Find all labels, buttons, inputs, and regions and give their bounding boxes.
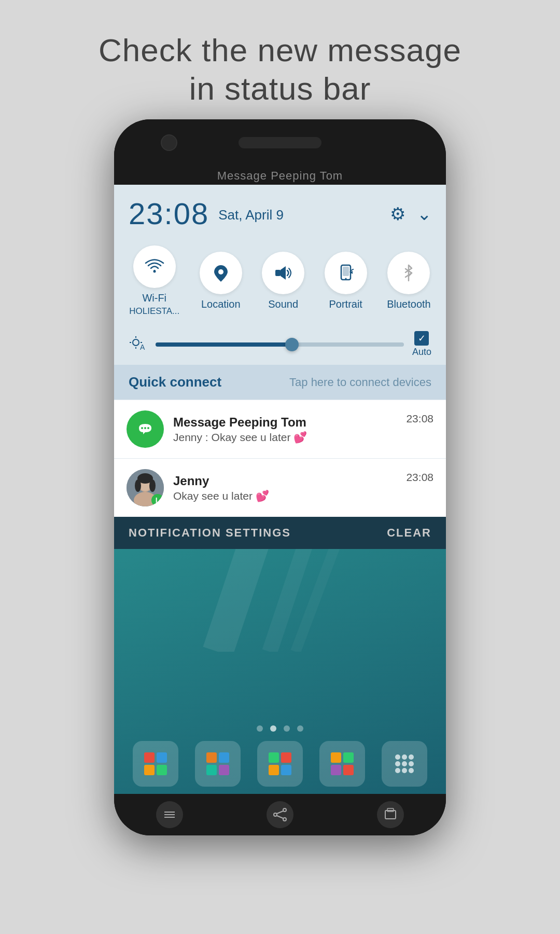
- page-heading: Check the new message in status bar: [0, 0, 560, 108]
- svg-rect-3: [144, 752, 155, 763]
- svg-point-20: [402, 754, 407, 760]
- notif-avatar: L: [127, 469, 164, 506]
- brightness-thumb: [285, 338, 299, 351]
- location-circle: [200, 252, 242, 294]
- notif-time-1: 23:08: [406, 410, 433, 425]
- time-row: 23:08 Sat, April 9 ⚙ ⌄: [114, 185, 446, 236]
- dock-icons-row: [114, 736, 446, 794]
- wifi-label: Wi-Fi: [142, 292, 166, 304]
- phone-speaker: [239, 137, 321, 148]
- quick-toggles: Wi-Fi HOLIESTA... Location: [114, 236, 446, 324]
- svg-point-25: [395, 768, 400, 773]
- clear-notifications-button[interactable]: CLEAR: [387, 526, 431, 540]
- phone-screen: 23:08 Sat, April 9 ⚙ ⌄: [114, 185, 446, 794]
- notif-actions-row: NOTIFICATION SETTINGS CLEAR: [114, 517, 446, 549]
- auto-label: Auto: [412, 347, 431, 358]
- dock-dot-2: [270, 725, 276, 732]
- notif-app-name-2: Jenny: [173, 474, 397, 488]
- toggle-portrait[interactable]: Portrait: [325, 252, 367, 310]
- notif-app-name-1: Message Peeping Tom: [173, 415, 397, 430]
- dock-app-drawer[interactable]: [382, 741, 427, 787]
- notif-message-2: Okay see u later 💕: [173, 490, 397, 502]
- dock-app-social[interactable]: [195, 741, 241, 787]
- sound-circle: [262, 252, 304, 294]
- line-badge: L: [151, 494, 164, 506]
- svg-point-54: [283, 808, 286, 812]
- dock-dot-3: [284, 725, 290, 732]
- time-display: 23:08: [129, 196, 209, 231]
- brightness-slider[interactable]: [156, 342, 404, 347]
- dock-dot-1: [257, 725, 263, 732]
- svg-text:A: A: [140, 343, 145, 351]
- home-dock: [114, 719, 446, 794]
- notif-app-icon: [127, 410, 164, 448]
- location-label: Location: [201, 298, 241, 310]
- svg-point-27: [409, 768, 414, 773]
- svg-point-33: [345, 278, 346, 280]
- dock-app-phone[interactable]: [319, 741, 365, 787]
- svg-rect-14: [281, 765, 291, 775]
- svg-rect-8: [219, 752, 229, 763]
- wifi-circle: [133, 245, 176, 288]
- bluetooth-label: Bluetooth: [387, 298, 431, 310]
- toggle-sound[interactable]: Sound: [262, 252, 304, 310]
- svg-point-43: [147, 427, 149, 429]
- svg-point-42: [144, 427, 146, 429]
- wifi-sublabel: HOLIESTA...: [129, 306, 179, 317]
- svg-point-34: [133, 339, 139, 346]
- portrait-label: Portrait: [329, 298, 362, 310]
- chevron-down-icon[interactable]: ⌄: [417, 203, 431, 224]
- notif-time-2: 23:08: [406, 469, 433, 484]
- svg-rect-9: [206, 765, 217, 775]
- recents-button[interactable]: [377, 801, 404, 828]
- notification-card-2[interactable]: L Jenny Okay see u later 💕 23:08: [114, 458, 446, 517]
- svg-rect-17: [331, 765, 341, 775]
- svg-rect-52: [164, 814, 175, 815]
- svg-point-19: [395, 754, 400, 760]
- svg-rect-11: [269, 752, 279, 763]
- dock-app-utility[interactable]: [257, 741, 303, 787]
- bluetooth-circle: [387, 252, 430, 294]
- phone-camera: [161, 134, 177, 151]
- svg-rect-15: [331, 752, 341, 763]
- settings-icon[interactable]: ⚙: [390, 203, 405, 224]
- back-button[interactable]: [156, 801, 183, 828]
- brightness-icon: A: [129, 333, 147, 356]
- notif-message-1: Jenny : Okay see u later 💕: [173, 431, 397, 444]
- auto-badge: ✓ Auto: [412, 331, 431, 358]
- notif-content-2: Jenny Okay see u later 💕: [173, 474, 397, 502]
- svg-rect-10: [219, 765, 229, 775]
- svg-point-28: [153, 270, 156, 273]
- svg-point-49: [135, 479, 141, 492]
- quick-connect-hint: Tap here to connect devices: [289, 376, 431, 389]
- dock-dot-4: [297, 725, 303, 732]
- share-button[interactable]: [267, 801, 293, 828]
- notification-panel: 23:08 Sat, April 9 ⚙ ⌄: [114, 185, 446, 549]
- svg-rect-13: [269, 765, 279, 775]
- svg-point-41: [141, 427, 143, 429]
- notification-settings-button[interactable]: NOTIFICATION SETTINGS: [129, 526, 291, 540]
- svg-rect-6: [157, 765, 167, 775]
- auto-checkbox[interactable]: ✓: [414, 331, 429, 346]
- phone-name-label: Message Peeping Tom: [114, 166, 446, 185]
- svg-rect-12: [281, 752, 291, 763]
- toggle-location[interactable]: Location: [200, 252, 242, 310]
- svg-point-26: [402, 768, 407, 773]
- brightness-row: A ✓ Auto: [114, 324, 446, 365]
- toggle-bluetooth[interactable]: Bluetooth: [387, 252, 431, 310]
- phone-bottom-bar: [114, 794, 446, 835]
- svg-point-21: [409, 754, 414, 760]
- svg-point-23: [402, 761, 407, 766]
- svg-point-55: [274, 813, 277, 816]
- dock-indicators: [114, 719, 446, 736]
- svg-rect-16: [343, 752, 354, 763]
- notif-content-1: Message Peeping Tom Jenny : Okay see u l…: [173, 415, 397, 444]
- svg-rect-5: [144, 765, 155, 775]
- toggle-wifi[interactable]: Wi-Fi HOLIESTA...: [129, 245, 179, 317]
- notification-card-1[interactable]: Message Peeping Tom Jenny : Okay see u l…: [114, 400, 446, 458]
- svg-point-56: [283, 818, 286, 821]
- svg-rect-53: [164, 817, 175, 818]
- quick-connect-row[interactable]: Quick connect Tap here to connect device…: [114, 365, 446, 400]
- svg-rect-7: [206, 752, 217, 763]
- dock-app-google[interactable]: [133, 741, 178, 787]
